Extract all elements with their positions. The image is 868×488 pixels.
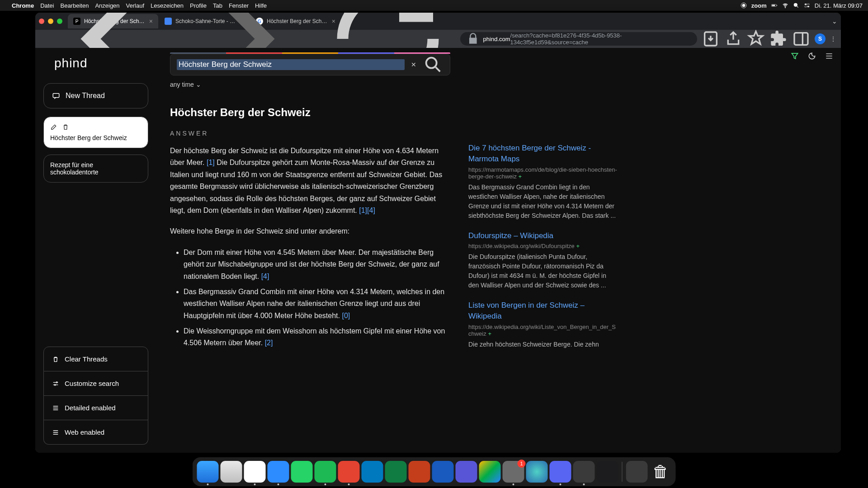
dock-finder[interactable] xyxy=(197,461,219,483)
new-thread-button[interactable]: New Thread xyxy=(43,83,148,108)
svg-rect-9 xyxy=(805,6,807,7)
citation-link[interactable]: [2] xyxy=(265,339,273,347)
dock-zoom[interactable] xyxy=(268,461,289,483)
battery-icon[interactable] xyxy=(771,2,778,9)
macos-menubar: Chrome Datei Bearbeiten Anzeigen Verlauf… xyxy=(0,0,868,11)
theme-toggle-icon[interactable] xyxy=(807,52,816,61)
menubar-datetime[interactable]: Di. 21. März 09:07 xyxy=(815,2,863,9)
sidepanel-icon[interactable] xyxy=(792,30,810,48)
dock-safari[interactable] xyxy=(221,461,242,483)
menu-tab[interactable]: Tab xyxy=(213,2,222,9)
source-url: https://de.wikipedia.org/wiki/Dufourspit… xyxy=(468,243,618,249)
source-title-link[interactable]: Dufourspitze – Wikipedia xyxy=(468,230,618,241)
share-icon[interactable] xyxy=(724,30,742,48)
tabs-dropdown-icon[interactable]: ⌄ xyxy=(832,18,837,25)
menu-hilfe[interactable]: Hilfe xyxy=(255,2,267,9)
new-thread-label: New Thread xyxy=(66,92,105,100)
expand-source-icon[interactable]: + xyxy=(519,173,522,180)
dock-trello[interactable] xyxy=(362,461,383,483)
hamburger-menu-icon[interactable] xyxy=(825,52,834,61)
install-app-icon[interactable] xyxy=(702,30,720,48)
source-item: Dufourspitze – Wikipedia https://de.wiki… xyxy=(468,230,618,291)
clear-search-icon[interactable]: ✕ xyxy=(411,61,416,68)
menu-datei[interactable]: Datei xyxy=(40,2,54,9)
dock-trash[interactable]: 🗑 xyxy=(650,461,671,483)
search-input[interactable]: Höchster Berg der Schweiz ✕ xyxy=(170,54,450,75)
dock-powerpoint[interactable] xyxy=(409,461,430,483)
edit-thread-icon[interactable] xyxy=(50,123,57,131)
dock-calculator[interactable] xyxy=(626,461,648,483)
source-description: Die zehn höchsten Schweizer Berge. Die z… xyxy=(468,340,618,349)
expand-source-icon[interactable]: + xyxy=(488,330,491,337)
menu-lesezeichen[interactable]: Lesezeichen xyxy=(151,2,184,9)
menubar-app-name[interactable]: Chrome xyxy=(12,2,34,9)
menu-verlauf[interactable]: Verlauf xyxy=(126,2,144,9)
dock-settings[interactable]: 1 xyxy=(503,461,524,483)
citation-link[interactable]: [1] xyxy=(359,206,367,214)
detailed-toggle[interactable]: Detailed enabled xyxy=(43,396,148,420)
source-title-link[interactable]: Liste von Bergen in der Schweiz – Wikipe… xyxy=(468,300,618,322)
wifi-icon[interactable] xyxy=(782,2,788,9)
svg-rect-4 xyxy=(777,5,777,6)
dock-whatsapp[interactable] xyxy=(291,461,313,483)
delete-thread-icon[interactable] xyxy=(62,123,69,131)
browser-window: P Höchster Berg der Schweiz × Schoko-Sah… xyxy=(35,13,841,453)
macos-dock: 1 🗑 xyxy=(193,457,676,486)
dock-voicememos[interactable] xyxy=(597,461,618,483)
search-wrapper: Höchster Berg der Schweiz ✕ xyxy=(170,52,450,75)
source-title-link[interactable]: Die 7 höchsten Berge der Schweiz - Marmo… xyxy=(468,143,618,164)
url-path: /search?cache=bf81e276-4f35-4d5b-9538-13… xyxy=(510,32,691,46)
record-icon[interactable] xyxy=(741,2,747,9)
filter-icon[interactable] xyxy=(790,52,799,61)
expand-source-icon[interactable]: + xyxy=(576,243,580,249)
svg-rect-3 xyxy=(772,5,775,6)
dock-drive[interactable] xyxy=(479,461,501,483)
lock-icon xyxy=(467,32,480,46)
menu-icon[interactable]: ⋮ xyxy=(830,35,836,42)
web-toggle[interactable]: Web enabled xyxy=(43,420,148,445)
dock-excel[interactable] xyxy=(385,461,407,483)
citation-link[interactable]: [4] xyxy=(261,272,269,280)
zoom-status[interactable]: zoom xyxy=(751,2,767,9)
menu-fenster[interactable]: Fenster xyxy=(229,2,249,9)
menu-anzeigen[interactable]: Anzeigen xyxy=(95,2,119,9)
dock-word[interactable] xyxy=(432,461,454,483)
svg-rect-8 xyxy=(807,4,809,5)
bookmark-icon[interactable] xyxy=(747,30,765,48)
search-icon[interactable] xyxy=(423,54,443,75)
dock-spotify[interactable] xyxy=(315,461,336,483)
menu-bearbeiten[interactable]: Bearbeiten xyxy=(60,2,89,9)
phind-logo[interactable]: phind xyxy=(43,56,148,70)
svg-rect-13 xyxy=(53,94,59,98)
profile-avatar[interactable]: S xyxy=(815,33,826,44)
customize-search-button[interactable]: Customize search xyxy=(43,371,148,396)
citation-link[interactable]: [0] xyxy=(342,312,350,319)
dock-todoist[interactable] xyxy=(338,461,360,483)
sources-column: Die 7 höchsten Berge der Schweiz - Marmo… xyxy=(468,52,618,453)
thread-item[interactable]: Rezept für eine schokoladentorte xyxy=(43,155,148,183)
thread-item-active[interactable]: Höchster Berg der Schweiz xyxy=(43,117,148,148)
dock-imovie[interactable] xyxy=(456,461,477,483)
main-content: Höchster Berg der Schweiz ✕ any time ⌄ H… xyxy=(156,48,841,453)
notification-badge: 1 xyxy=(518,460,526,468)
control-center-icon[interactable] xyxy=(804,2,810,9)
clear-threads-button[interactable]: Clear Threads xyxy=(43,347,148,371)
answer-text: Die Dufourspitze gehört zum Monte-Rosa-M… xyxy=(170,159,442,214)
svg-rect-12 xyxy=(794,33,808,45)
dock-chrome[interactable] xyxy=(244,461,266,483)
svg-point-14 xyxy=(56,382,57,383)
menu-profile[interactable]: Profile xyxy=(190,2,207,9)
extensions-icon[interactable] xyxy=(769,30,788,48)
url-domain: phind.com xyxy=(483,36,510,42)
dock-quicktime[interactable] xyxy=(573,461,595,483)
citation-link[interactable]: [4] xyxy=(367,206,375,214)
time-filter-dropdown[interactable]: any time ⌄ xyxy=(170,81,450,88)
dock-discord[interactable] xyxy=(550,461,571,483)
svg-rect-10 xyxy=(807,6,809,7)
dock-siri[interactable] xyxy=(526,461,548,483)
svg-point-0 xyxy=(742,4,745,7)
spotlight-icon[interactable] xyxy=(793,2,799,9)
url-bar[interactable]: phind.com/search?cache=bf81e276-4f35-4d5… xyxy=(460,32,697,46)
citation-link[interactable]: [1] xyxy=(207,159,215,166)
list-icon xyxy=(52,429,59,436)
